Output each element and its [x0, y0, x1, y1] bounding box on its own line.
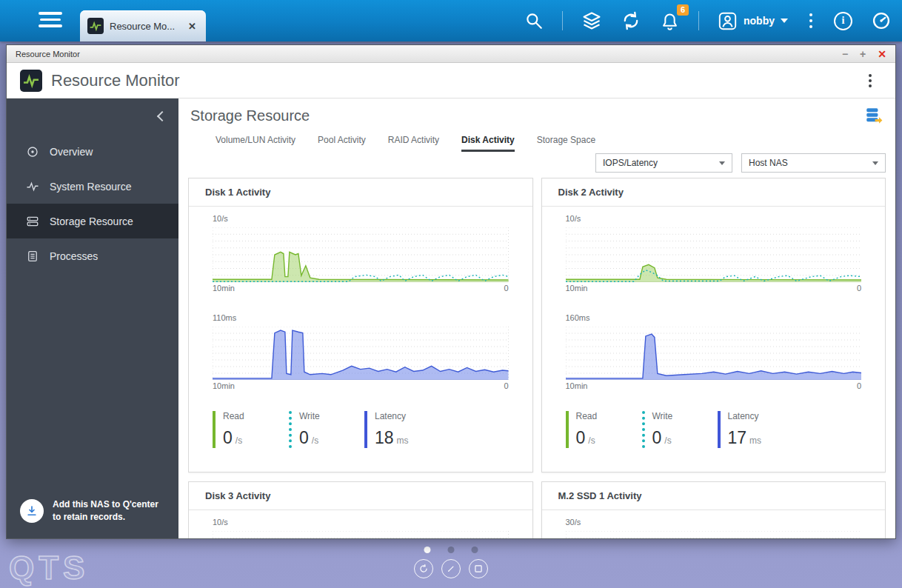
processes-icon: [26, 250, 39, 263]
notification-badge: 6: [677, 4, 689, 16]
x-axis-end-label: 0: [504, 284, 508, 294]
stat-write: Write 0/s: [289, 411, 364, 448]
sidebar-item-label: Storage Resource: [50, 216, 133, 227]
sidebar-collapse-button[interactable]: [155, 110, 167, 122]
page-dot-2[interactable]: [448, 547, 455, 553]
stat-read: Read 0/s: [566, 411, 642, 448]
user-menu[interactable]: nobby: [718, 11, 788, 31]
content: Storage Resource Volume/LUN Activity Poo…: [178, 98, 895, 538]
tab-disk-activity[interactable]: Disk Activity: [461, 135, 515, 152]
iops-chart: [213, 531, 509, 538]
taskbar: Resource Mo... ✕: [0, 0, 902, 41]
window-body: Overview System Resource Storage Re: [7, 98, 895, 538]
dock-button-1[interactable]: [414, 559, 433, 578]
stats-row: Read 0/s Write 0/s: [566, 411, 886, 448]
search-button[interactable]: [524, 11, 544, 30]
storage-icon: [26, 215, 39, 228]
curved-arrow-icon: [418, 564, 429, 574]
info-button[interactable]: i: [834, 12, 852, 30]
scope-select[interactable]: Host NAS: [741, 153, 886, 173]
disk-1-activity-card: Disk 1 Activity 10/s 10min 0 110ms: [188, 178, 533, 472]
desktop-dock: [414, 559, 488, 578]
filter-bar: IOPS/Latency Host NAS: [595, 153, 886, 173]
stat-read: Read 0/s: [213, 411, 289, 448]
x-axis-start-label: 10min: [566, 381, 588, 392]
user-icon: [718, 11, 738, 31]
frame-icon: [473, 564, 484, 574]
tab-volume-lun-activity[interactable]: Volume/LUN Activity: [216, 135, 295, 152]
window-titlebar[interactable]: Resource Monitor − + ✕: [7, 45, 895, 63]
resource-monitor-app-icon: [20, 70, 42, 92]
iops-chart: [566, 227, 862, 282]
minimize-button[interactable]: −: [842, 49, 848, 59]
sidebar-item-overview[interactable]: Overview: [7, 134, 178, 169]
tray-divider: [562, 11, 563, 30]
stat-latency: Latency 18ms: [364, 411, 409, 448]
disk-3-activity-card: Disk 3 Activity 10/s: [188, 481, 533, 538]
stats-row: Read 0/s Write 0/s: [213, 411, 532, 448]
pen-icon: [446, 564, 456, 574]
page-title: Storage Resource: [190, 107, 895, 124]
x-axis-start-label: 10min: [213, 284, 235, 294]
y-axis-label: 160ms: [566, 313, 862, 324]
background-tasks-button[interactable]: [581, 10, 602, 31]
app-title: Resource Monitor: [51, 71, 180, 90]
system-tray: 6 nobby i: [524, 0, 892, 41]
chevron-down-icon: [781, 19, 788, 23]
sidebar-item-system-resource[interactable]: System Resource: [7, 169, 178, 204]
tab-storage-space[interactable]: Storage Space: [537, 135, 595, 152]
sidebar-item-processes[interactable]: Processes: [7, 238, 178, 273]
x-axis-end-label: 0: [504, 381, 508, 392]
page-dot-1[interactable]: [424, 547, 431, 553]
taskbar-tab-resource-monitor[interactable]: Resource Mo... ✕: [80, 10, 206, 41]
notifications-button[interactable]: 6: [660, 11, 680, 31]
tab-pool-activity[interactable]: Pool Activity: [318, 135, 366, 152]
y-axis-label: 110ms: [213, 313, 509, 324]
sidebar-item-label: Processes: [50, 250, 98, 262]
gauge-icon: [871, 10, 892, 31]
latency-chart: [213, 327, 509, 380]
hamburger-icon: [39, 12, 62, 15]
export-records-icon: [864, 106, 883, 125]
page-dot-3[interactable]: [472, 547, 478, 553]
dashboard-button[interactable]: [871, 10, 892, 31]
sync-icon: [621, 10, 641, 31]
tab-raid-activity[interactable]: RAID Activity: [388, 135, 439, 152]
sync-button[interactable]: [621, 10, 641, 31]
info-icon: i: [834, 12, 852, 30]
maximize-button[interactable]: +: [860, 49, 866, 59]
sidebar: Overview System Resource Storage Re: [7, 98, 178, 538]
window-titlebar-title: Resource Monitor: [16, 50, 80, 59]
main-menu-button[interactable]: [39, 12, 62, 30]
more-options-button[interactable]: [806, 13, 815, 28]
metric-select-value: IOPS/Latency: [603, 158, 658, 168]
activity-cards-grid: Disk 1 Activity 10/s 10min 0 110ms: [188, 178, 886, 538]
desktop: Resource Mo... ✕: [0, 0, 902, 588]
sidebar-item-storage-resource[interactable]: Storage Resource: [7, 204, 178, 238]
search-icon: [524, 11, 544, 30]
metric-select[interactable]: IOPS/Latency: [595, 153, 732, 173]
iops-chart: [566, 531, 862, 538]
qcenter-banner[interactable]: Add this NAS to Q'center to retain recor…: [20, 498, 171, 524]
y-axis-label: 10/s: [213, 214, 509, 224]
chevron-down-icon: [719, 161, 725, 165]
resource-monitor-window: Resource Monitor − + ✕ Resource Monitor: [6, 44, 896, 539]
dock-button-2[interactable]: [441, 559, 461, 578]
card-title: Disk 2 Activity: [542, 178, 886, 207]
scope-select-value: Host NAS: [749, 158, 788, 168]
y-axis-label: 30/s: [566, 518, 862, 528]
desktop-page-indicator: [424, 547, 478, 553]
close-window-button[interactable]: ✕: [878, 49, 886, 59]
app-menu-button[interactable]: [866, 71, 875, 90]
card-title: Disk 3 Activity: [189, 482, 532, 510]
overview-icon: [26, 145, 39, 158]
export-records-button[interactable]: [864, 106, 883, 128]
close-tab-icon[interactable]: ✕: [186, 19, 198, 33]
x-axis-start-label: 10min: [566, 284, 588, 294]
tray-divider: [698, 11, 699, 30]
qcenter-icon: [20, 499, 44, 523]
x-axis-end-label: 0: [857, 284, 861, 294]
dock-button-3[interactable]: [469, 559, 488, 578]
app-header: Resource Monitor: [7, 63, 895, 98]
tab-bar: Volume/LUN Activity Pool Activity RAID A…: [216, 135, 895, 152]
